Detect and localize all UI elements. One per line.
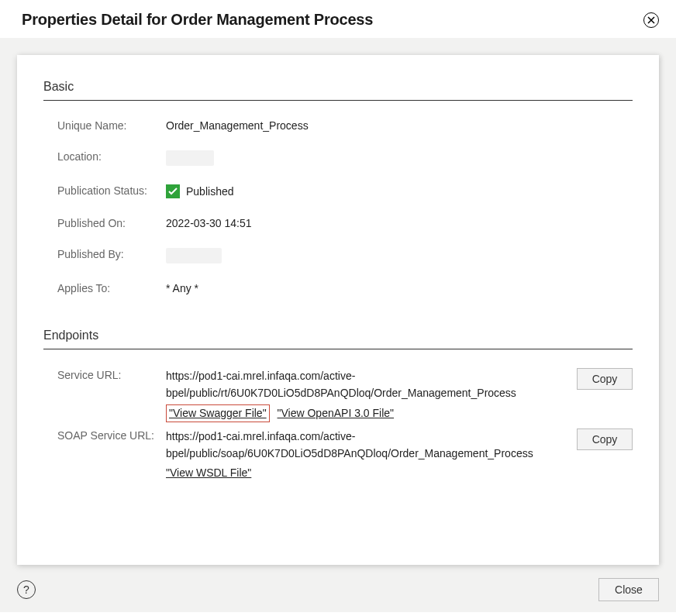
dialog-title: Properties Detail for Order Management P… [22, 11, 373, 29]
close-button[interactable]: Close [598, 578, 659, 601]
field-location: Location: [43, 150, 633, 166]
check-icon [166, 184, 180, 198]
copy-service-url-button[interactable]: Copy [577, 368, 633, 390]
location-label: Location: [57, 150, 166, 163]
dialog-body: Basic Unique Name: Order_Management_Proc… [0, 38, 676, 612]
publication-status-label: Publication Status: [57, 184, 166, 197]
field-published-on: Published On: 2022-03-30 14:51 [43, 217, 633, 229]
service-url-label: Service URL: [57, 368, 166, 381]
location-redacted [166, 150, 214, 166]
published-on-value: 2022-03-30 14:51 [166, 217, 252, 229]
publication-status-value: Published [186, 185, 234, 198]
endpoint-service-url: Service URL: https://pod1-cai.mrel.infaq… [43, 368, 633, 422]
dialog-header: Properties Detail for Order Management P… [0, 0, 676, 38]
endpoint-soap-url: SOAP Service URL: https://pod1-cai.mrel.… [43, 428, 633, 482]
basic-section-title: Basic [43, 80, 633, 101]
close-icon[interactable] [643, 12, 659, 28]
soap-service-url-value: https://pod1-cai.mrel.infaqa.com/active-… [166, 428, 561, 462]
dialog-footer: ? Close [0, 569, 676, 612]
view-swagger-link[interactable]: "View Swagger File" [169, 407, 267, 419]
view-openapi-link[interactable]: "View OpenAPI 3.0 File" [278, 407, 395, 419]
endpoints-section-title: Endpoints [43, 329, 633, 349]
field-published-by: Published By: [43, 248, 633, 263]
view-wsdl-link[interactable]: "View WSDL File" [166, 466, 251, 479]
published-by-redacted [166, 248, 222, 263]
unique-name-value: Order_Management_Process [166, 119, 309, 132]
help-icon[interactable]: ? [17, 580, 36, 599]
applies-to-value: * Any * [166, 282, 198, 294]
dialog-card: Basic Unique Name: Order_Management_Proc… [17, 55, 659, 565]
published-by-label: Published By: [57, 248, 166, 260]
field-publication-status: Publication Status: Published [43, 184, 633, 198]
field-unique-name: Unique Name: Order_Management_Process [43, 119, 633, 132]
service-url-value: https://pod1-cai.mrel.infaqa.com/active-… [166, 368, 561, 401]
field-applies-to: Applies To: * Any * [43, 282, 633, 294]
copy-soap-url-button[interactable]: Copy [577, 428, 633, 450]
published-on-label: Published On: [57, 217, 166, 229]
soap-service-url-label: SOAP Service URL: [57, 428, 166, 442]
unique-name-label: Unique Name: [57, 119, 166, 132]
applies-to-label: Applies To: [57, 282, 166, 294]
